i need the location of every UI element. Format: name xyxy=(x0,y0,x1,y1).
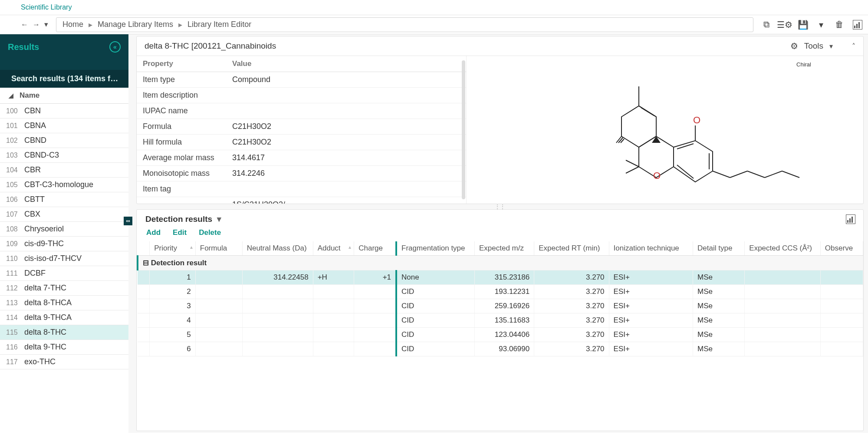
property-value: C21H30O2 xyxy=(228,138,466,147)
grid-cell xyxy=(820,328,863,342)
result-row[interactable]: 113delta 8-THCA xyxy=(0,296,128,310)
property-key: IUPAC name xyxy=(137,106,228,115)
list-settings-icon[interactable]: ☰⚙ xyxy=(779,19,791,31)
grid-col-header[interactable]: Expected CCS (Å²) xyxy=(745,241,821,256)
property-row[interactable]: Item tag xyxy=(137,181,466,197)
result-row[interactable]: 115delta 8-THC xyxy=(0,325,128,340)
property-scrollbar[interactable] xyxy=(462,60,465,199)
chart-icon[interactable] xyxy=(846,214,855,224)
result-row[interactable]: 114delta 9-THCA xyxy=(0,310,128,325)
grid-col-header[interactable]: Detail type xyxy=(693,241,745,256)
property-row[interactable]: FormulaC21H30O2 xyxy=(137,119,466,135)
result-index: 109 xyxy=(6,240,24,248)
property-row[interactable]: Average molar mass314.4617 xyxy=(137,150,466,166)
grid-col-header[interactable]: Formula xyxy=(195,241,242,256)
grid-col-header[interactable]: Priority▴ xyxy=(150,241,196,256)
gear-icon[interactable]: ⚙ xyxy=(790,41,798,51)
property-value: C21H30O2 xyxy=(228,122,466,131)
property-row[interactable]: Item description xyxy=(137,88,466,103)
results-list-header[interactable]: ◢ Name xyxy=(0,88,128,104)
grid-row[interactable]: 3CID259.169263.270ESI+MSe xyxy=(138,299,863,313)
sidebar-resize-handle[interactable]: ⇔ xyxy=(124,217,132,225)
result-row[interactable]: 101CBNA xyxy=(0,119,128,133)
detection-grid[interactable]: Priority▴FormulaNeutral Mass (Da)Adduct▴… xyxy=(137,241,863,431)
grid-col-header[interactable]: Observe xyxy=(820,241,863,256)
breadcrumb-editor[interactable]: Library Item Editor xyxy=(187,20,251,29)
grid-col-header[interactable]: Expected RT (min) xyxy=(534,241,609,256)
property-row[interactable]: 1S/C21H30O2/ c1-5-6-7-8-15-12-18(22) 20 … xyxy=(137,197,466,204)
result-name: delta 9-THC xyxy=(24,343,66,352)
grid-row[interactable]: 5CID123.044063.270ESI+MSe xyxy=(138,328,863,342)
trash-icon[interactable]: 🗑 xyxy=(833,19,845,31)
grid-col-header[interactable]: Charge xyxy=(354,241,396,256)
sort-icon[interactable]: ◢ xyxy=(9,92,13,99)
name-column-header[interactable]: Name xyxy=(20,91,39,100)
nav-back-icon[interactable]: ← xyxy=(21,20,28,29)
grid-cell: CID xyxy=(396,313,474,328)
molecule-viewer[interactable]: Chiral xyxy=(467,56,863,204)
prop-col-property[interactable]: Property xyxy=(137,59,228,68)
breadcrumb[interactable]: Home ▸ Manage Library Items ▸ Library It… xyxy=(56,17,753,32)
grid-col-header[interactable]: Neutral Mass (Da) xyxy=(242,241,313,256)
property-row[interactable]: Hill formulaC21H30O2 xyxy=(137,135,466,150)
horizontal-splitter[interactable]: ⋮⋮ xyxy=(136,204,864,209)
result-name: delta 9-THCA xyxy=(24,313,72,322)
group-header[interactable]: ⊟ Detection result xyxy=(138,256,863,270)
save-icon[interactable]: 💾 xyxy=(797,19,809,31)
result-row[interactable]: 107CBX xyxy=(0,207,128,222)
result-row[interactable]: 106CBTT xyxy=(0,192,128,207)
tools-button[interactable]: Tools xyxy=(804,41,823,51)
result-row[interactable]: 105CBT-C3-homologue xyxy=(0,178,128,192)
copy-icon[interactable]: ⧉ xyxy=(760,19,773,31)
grid-col-header[interactable] xyxy=(138,241,150,256)
property-table[interactable]: Property Value Item typeCompoundItem des… xyxy=(137,56,467,204)
result-row[interactable]: 111DCBF xyxy=(0,266,128,281)
detection-title[interactable]: Detection results xyxy=(145,214,212,224)
grid-cell: ESI+ xyxy=(609,328,693,342)
result-row[interactable]: 116delta 9-THC xyxy=(0,340,128,355)
delete-button[interactable]: Delete xyxy=(199,228,221,237)
property-row[interactable]: Monoisotopic mass314.2246 xyxy=(137,166,466,181)
result-name: CBR xyxy=(24,165,41,175)
breadcrumb-manage[interactable]: Manage Library Items xyxy=(98,20,173,29)
grid-cell xyxy=(195,313,242,328)
grid-col-header[interactable]: Ionization technique xyxy=(609,241,693,256)
edit-button[interactable]: Edit xyxy=(173,228,187,237)
collapse-panel-icon[interactable]: ˄ xyxy=(852,42,855,50)
result-row[interactable]: 112delta 7-THC xyxy=(0,281,128,296)
grid-cell xyxy=(745,285,821,299)
nav-forward-icon[interactable]: → xyxy=(33,20,40,29)
grid-row[interactable]: 2CID193.122313.270ESI+MSe xyxy=(138,285,863,299)
breadcrumb-home[interactable]: Home xyxy=(62,20,83,29)
property-row[interactable]: Item typeCompound xyxy=(137,72,466,88)
scientific-library-link[interactable]: Scientific Library xyxy=(21,3,72,11)
result-index: 108 xyxy=(6,225,24,233)
grid-col-header[interactable]: Adduct▴ xyxy=(313,241,354,256)
grid-col-header[interactable]: Fragmentation type xyxy=(396,241,474,256)
grid-row[interactable]: 4CID135.116833.270ESI+MSe xyxy=(138,313,863,328)
save-dropdown-icon[interactable]: ▾ xyxy=(815,19,827,31)
tools-dropdown-icon[interactable]: ▾ xyxy=(829,42,833,50)
result-row[interactable]: 110cis-iso-d7-THCV xyxy=(0,251,128,266)
result-row[interactable]: 109cis-d9-THC xyxy=(0,237,128,251)
grid-col-header[interactable]: Expected m/z xyxy=(474,241,534,256)
grid-row[interactable]: 6CID93.069903.270ESI+MSe xyxy=(138,342,863,356)
result-row[interactable]: 102CBND xyxy=(0,133,128,148)
result-row[interactable]: 108Chrysoeriol xyxy=(0,222,128,237)
prop-col-value[interactable]: Value xyxy=(228,59,466,68)
report-icon[interactable] xyxy=(852,19,864,31)
collapse-sidebar-icon[interactable]: « xyxy=(109,41,121,53)
property-value: 314.2246 xyxy=(228,169,466,178)
grid-row[interactable]: 1314.22458+H+1None315.231863.270ESI+MSe xyxy=(138,270,863,285)
result-row[interactable]: 117exo-THC xyxy=(0,355,128,369)
result-row[interactable]: 103CBND-C3 xyxy=(0,148,128,163)
results-list[interactable]: 100CBN101CBNA102CBND103CBND-C3104CBR105C… xyxy=(0,104,128,433)
nav-history-dropdown-icon[interactable]: ▾ xyxy=(44,20,48,29)
grid-cell xyxy=(195,270,242,285)
result-row[interactable]: 100CBN xyxy=(0,104,128,119)
app-title-bar: Scientific Library xyxy=(0,0,868,15)
property-row[interactable]: IUPAC name xyxy=(137,103,466,119)
detection-dropdown-icon[interactable]: ▾ xyxy=(217,214,221,224)
result-row[interactable]: 104CBR xyxy=(0,163,128,178)
add-button[interactable]: Add xyxy=(146,228,161,237)
